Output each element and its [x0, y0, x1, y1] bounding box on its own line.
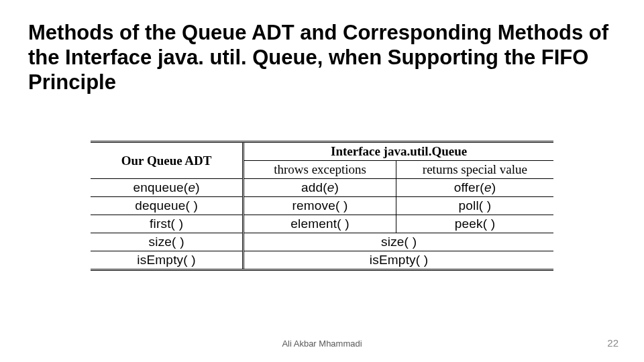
- header-returns: returns special value: [396, 161, 553, 179]
- table-row-adt: dequeue( ): [91, 197, 244, 215]
- table-row-merged: isEmpty( ): [244, 251, 553, 270]
- footer-author: Ali Akbar Mhammadi: [0, 339, 644, 349]
- header-interface: Interface java.util.Queue: [244, 142, 553, 161]
- methods-table: Our Queue ADT Interface java.util.Queue …: [91, 141, 553, 271]
- table-row-merged: size( ): [244, 233, 553, 251]
- table-row-adt: size( ): [91, 233, 244, 251]
- table-row-adt: first( ): [91, 215, 244, 233]
- table-row-throws: add(e): [244, 179, 396, 197]
- slide-title: Methods of the Queue ADT and Correspondi…: [28, 20, 616, 95]
- header-adt: Our Queue ADT: [91, 142, 244, 179]
- table-row-throws: remove( ): [244, 197, 396, 215]
- table-row-returns: peek( ): [396, 215, 553, 233]
- table-row-adt: isEmpty( ): [91, 251, 244, 270]
- table-row-returns: poll( ): [396, 197, 553, 215]
- table-row-throws: element( ): [244, 215, 396, 233]
- footer-page-number: 22: [607, 337, 619, 349]
- header-throws: throws exceptions: [244, 161, 396, 179]
- table-row-returns: offer(e): [396, 179, 553, 197]
- table-row-adt: enqueue(e): [91, 179, 244, 197]
